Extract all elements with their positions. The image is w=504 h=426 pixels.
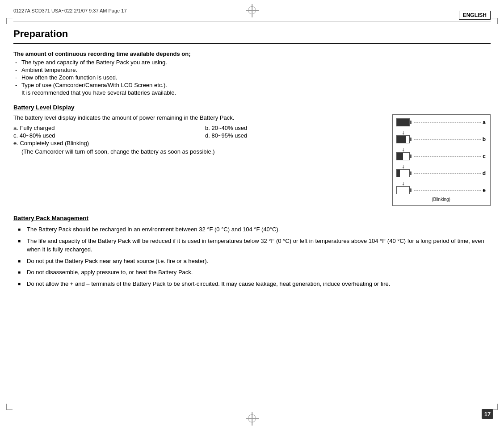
battery-fill-d — [397, 170, 400, 177]
battery-icon-e — [396, 186, 410, 194]
indent-note: It is recommended that you have several … — [13, 89, 491, 96]
arrow-b: ↓ — [396, 146, 486, 152]
battery-icon-d — [396, 169, 410, 177]
diagram-inner: a ↓ b ↓ — [396, 118, 486, 202]
recording-time-heading: The amount of continuous recording time … — [13, 50, 491, 57]
list-item: How often the Zoom function is used. — [21, 74, 491, 81]
page-container: 01227A SCD371 USA~022 2/1/07 9:37 AM Pag… — [0, 0, 504, 426]
list-item: Do not allow the + and – terminals of th… — [18, 280, 491, 288]
battery-level-d: d. 80~95% used — [205, 132, 383, 139]
battery-level-c: c. 40~80% used — [13, 132, 192, 139]
recording-time-list: The type and capacity of the Battery Pac… — [13, 59, 491, 88]
list-item: The type and capacity of the Battery Pac… — [21, 59, 491, 66]
battery-fill-b — [397, 136, 406, 143]
dotted-line-a — [414, 122, 481, 123]
dotted-line-c — [414, 156, 481, 157]
battery-pack-heading: Battery Pack Management — [13, 215, 491, 221]
battery-level-a: a. Fully charged — [13, 125, 192, 131]
battery-label-a: a — [483, 119, 486, 125]
battery-row-b: b — [396, 135, 486, 143]
battery-level-section: Battery Level Display The battery level … — [13, 104, 491, 206]
battery-row-a: a — [396, 118, 486, 126]
language-badge: ENGLISH — [459, 11, 491, 20]
battery-fill-a — [397, 119, 409, 126]
arrow-c: ↓ — [396, 163, 486, 169]
battery-level-e: e. Completely used (Blinking) — [13, 140, 383, 146]
list-item: Type of use (Camcorder/Camera/With LCD S… — [21, 82, 491, 88]
battery-icon-b — [396, 135, 410, 143]
page-title: Preparation — [13, 28, 491, 40]
reg-mark-bottom — [248, 414, 256, 422]
battery-pack-list: The Battery Pack should be recharged in … — [13, 225, 491, 288]
battery-row-c: c — [396, 152, 486, 160]
top-header: 01227A SCD371 USA~022 2/1/07 9:37 AM Pag… — [13, 8, 491, 22]
battery-grid: a. Fully charged b. 20~40% used c. 40~80… — [13, 125, 383, 146]
battery-row-d: d — [396, 169, 486, 177]
list-item: Ambient temperature. — [21, 67, 491, 73]
battery-level-container: The battery level display indicates the … — [13, 114, 491, 206]
blinking-label: (Blinking) — [396, 197, 486, 202]
dotted-line-e — [414, 190, 481, 191]
list-item: The life and capacity of the Battery Pac… — [18, 237, 491, 254]
battery-icon-c — [396, 152, 410, 160]
battery-icon-a — [396, 118, 410, 126]
blinking-note: (The Camcorder will turn off soon, chang… — [13, 148, 383, 155]
battery-diagram: a ↓ b ↓ — [392, 114, 491, 206]
battery-label-b: b — [483, 136, 486, 142]
battery-label-d: d — [483, 170, 486, 176]
list-item: Do not disassemble, apply pressure to, o… — [18, 268, 491, 277]
battery-level-text: The battery level display indicates the … — [13, 114, 392, 155]
battery-desc: The battery level display indicates the … — [13, 114, 383, 121]
arrow-d: ↓ — [396, 180, 486, 186]
battery-fill-c — [397, 153, 403, 160]
list-item: Do not put the Battery Pack near any hea… — [18, 257, 491, 266]
battery-label-e: e — [483, 187, 486, 193]
doc-code: 01227A SCD371 USA~022 2/1/07 9:37 AM Pag… — [13, 8, 127, 13]
battery-pack-section: Battery Pack Management The Battery Pack… — [13, 215, 491, 288]
recording-time-section: The amount of continuous recording time … — [13, 50, 491, 96]
battery-label-c: c — [483, 153, 486, 159]
title-divider — [13, 43, 491, 44]
arrow-a: ↓ — [396, 129, 486, 135]
dotted-line-b — [414, 139, 481, 140]
list-item: The Battery Pack should be recharged in … — [18, 225, 491, 234]
dotted-line-d — [414, 173, 481, 174]
battery-row-e: e — [396, 186, 486, 194]
page-number: 17 — [482, 409, 493, 419]
battery-level-heading: Battery Level Display — [13, 104, 491, 111]
battery-level-b: b. 20~40% used — [205, 125, 383, 131]
